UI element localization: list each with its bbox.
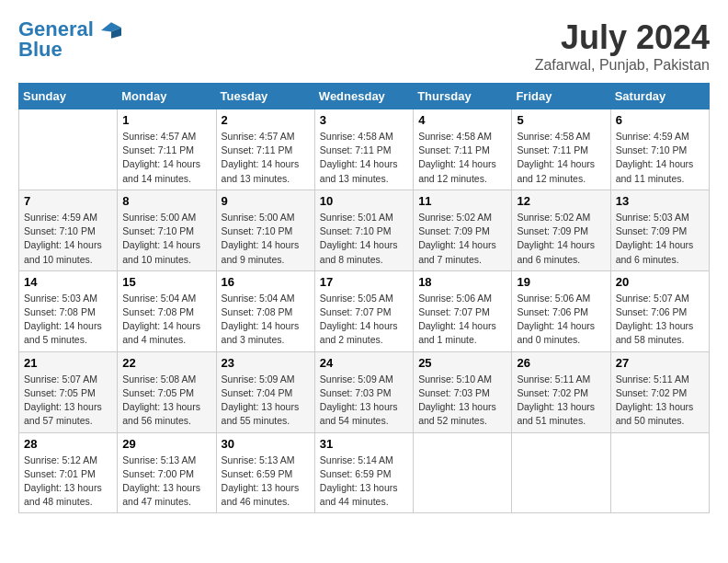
cell-w4-d5: 26Sunrise: 5:11 AMSunset: 7:02 PMDayligh… [512,351,610,432]
day-info: Sunrise: 5:05 AMSunset: 7:07 PMDaylight:… [320,292,408,348]
day-info: Sunrise: 5:11 AMSunset: 7:02 PMDaylight:… [616,373,704,429]
day-number: 18 [418,275,506,289]
day-number: 27 [616,356,704,370]
day-number: 14 [24,275,112,289]
weekday-header-row: Sunday Monday Tuesday Wednesday Thursday… [19,84,710,109]
day-info: Sunrise: 5:00 AMSunset: 7:10 PMDaylight:… [122,211,210,267]
day-number: 8 [122,194,210,208]
cell-w4-d4: 25Sunrise: 5:10 AMSunset: 7:03 PMDayligh… [414,351,512,432]
day-info: Sunrise: 5:09 AMSunset: 7:03 PMDaylight:… [320,373,408,429]
header-thursday: Thursday [414,84,512,109]
cell-w2-d1: 8Sunrise: 5:00 AMSunset: 7:10 PMDaylight… [118,190,216,270]
header: General Blue July 2024 Zafarwal, Punjab,… [18,18,710,74]
day-info: Sunrise: 5:06 AMSunset: 7:07 PMDaylight:… [418,292,506,348]
cell-w5-d0: 28Sunrise: 5:12 AMSunset: 7:01 PMDayligh… [19,432,118,513]
cell-w3-d1: 15Sunrise: 5:04 AMSunset: 7:08 PMDayligh… [118,270,216,351]
day-info: Sunrise: 5:07 AMSunset: 7:06 PMDaylight:… [616,292,704,348]
cell-w1-d4: 4Sunrise: 4:58 AMSunset: 7:11 PMDaylight… [414,109,512,190]
logo-blue: Blue [18,39,121,61]
day-info: Sunrise: 5:04 AMSunset: 7:08 PMDaylight:… [122,292,210,348]
day-info: Sunrise: 4:58 AMSunset: 7:11 PMDaylight:… [418,130,506,186]
day-number: 23 [222,356,310,370]
page-container: General Blue July 2024 Zafarwal, Punjab,… [18,18,710,513]
header-friday: Friday [512,84,610,109]
day-info: Sunrise: 5:07 AMSunset: 7:05 PMDaylight:… [24,373,112,429]
day-info: Sunrise: 4:58 AMSunset: 7:11 PMDaylight:… [517,130,605,186]
day-number: 20 [616,275,704,289]
day-info: Sunrise: 5:13 AMSunset: 6:59 PMDaylight:… [222,454,310,510]
calendar-table: Sunday Monday Tuesday Wednesday Thursday… [18,83,710,513]
header-saturday: Saturday [610,84,709,109]
day-number: 26 [517,356,605,370]
cell-w2-d2: 9Sunrise: 5:00 AMSunset: 7:10 PMDaylight… [216,190,314,270]
day-number: 19 [517,275,605,289]
day-number: 16 [222,275,310,289]
month-title: July 2024 [535,18,710,57]
day-number: 10 [320,194,408,208]
day-number: 13 [616,194,704,208]
week-row-1: 1Sunrise: 4:57 AMSunset: 7:11 PMDaylight… [19,109,710,190]
cell-w5-d3: 31Sunrise: 5:14 AMSunset: 6:59 PMDayligh… [314,432,413,513]
day-number: 12 [517,194,605,208]
day-info: Sunrise: 4:59 AMSunset: 7:10 PMDaylight:… [24,211,112,267]
cell-w3-d5: 19Sunrise: 5:06 AMSunset: 7:06 PMDayligh… [512,270,610,351]
day-number: 15 [122,275,210,289]
day-info: Sunrise: 5:12 AMSunset: 7:01 PMDaylight:… [24,454,112,510]
cell-w1-d3: 3Sunrise: 4:58 AMSunset: 7:11 PMDaylight… [314,109,413,190]
cell-w1-d5: 5Sunrise: 4:58 AMSunset: 7:11 PMDaylight… [512,109,610,190]
header-sunday: Sunday [19,84,118,109]
cell-w3-d6: 20Sunrise: 5:07 AMSunset: 7:06 PMDayligh… [610,270,709,351]
day-number: 4 [418,113,506,127]
cell-w5-d6 [610,432,709,513]
header-monday: Monday [118,84,216,109]
day-info: Sunrise: 5:10 AMSunset: 7:03 PMDaylight:… [418,373,506,429]
cell-w2-d4: 11Sunrise: 5:02 AMSunset: 7:09 PMDayligh… [414,190,512,270]
day-info: Sunrise: 5:06 AMSunset: 7:06 PMDaylight:… [517,292,605,348]
day-info: Sunrise: 4:58 AMSunset: 7:11 PMDaylight:… [320,130,408,186]
day-info: Sunrise: 5:03 AMSunset: 7:08 PMDaylight:… [24,292,112,348]
header-tuesday: Tuesday [216,84,314,109]
cell-w4-d1: 22Sunrise: 5:08 AMSunset: 7:05 PMDayligh… [118,351,216,432]
day-number: 31 [320,437,408,451]
day-number: 17 [320,275,408,289]
cell-w3-d2: 16Sunrise: 5:04 AMSunset: 7:08 PMDayligh… [216,270,314,351]
day-number: 2 [222,113,310,127]
day-info: Sunrise: 4:59 AMSunset: 7:10 PMDaylight:… [616,130,704,186]
cell-w3-d4: 18Sunrise: 5:06 AMSunset: 7:07 PMDayligh… [414,270,512,351]
day-info: Sunrise: 5:04 AMSunset: 7:08 PMDaylight:… [222,292,310,348]
day-info: Sunrise: 5:00 AMSunset: 7:10 PMDaylight:… [222,211,310,267]
day-info: Sunrise: 5:11 AMSunset: 7:02 PMDaylight:… [517,373,605,429]
cell-w1-d2: 2Sunrise: 4:57 AMSunset: 7:11 PMDaylight… [216,109,314,190]
day-number: 21 [24,356,112,370]
day-number: 25 [418,356,506,370]
day-number: 5 [517,113,605,127]
cell-w4-d2: 23Sunrise: 5:09 AMSunset: 7:04 PMDayligh… [216,351,314,432]
cell-w3-d3: 17Sunrise: 5:05 AMSunset: 7:07 PMDayligh… [314,270,413,351]
cell-w5-d5 [512,432,610,513]
day-info: Sunrise: 5:14 AMSunset: 6:59 PMDaylight:… [320,454,408,510]
day-number: 29 [122,437,210,451]
location: Zafarwal, Punjab, Pakistan [535,57,710,74]
title-area: July 2024 Zafarwal, Punjab, Pakistan [535,18,710,74]
header-wednesday: Wednesday [314,84,413,109]
day-number: 22 [122,356,210,370]
cell-w4-d0: 21Sunrise: 5:07 AMSunset: 7:05 PMDayligh… [19,351,118,432]
day-info: Sunrise: 5:03 AMSunset: 7:09 PMDaylight:… [616,211,704,267]
cell-w5-d4 [414,432,512,513]
week-row-4: 21Sunrise: 5:07 AMSunset: 7:05 PMDayligh… [19,351,710,432]
day-number: 9 [222,194,310,208]
day-info: Sunrise: 5:02 AMSunset: 7:09 PMDaylight:… [418,211,506,267]
cell-w3-d0: 14Sunrise: 5:03 AMSunset: 7:08 PMDayligh… [19,270,118,351]
week-row-5: 28Sunrise: 5:12 AMSunset: 7:01 PMDayligh… [19,432,710,513]
day-number: 24 [320,356,408,370]
day-number: 6 [616,113,704,127]
cell-w2-d5: 12Sunrise: 5:02 AMSunset: 7:09 PMDayligh… [512,190,610,270]
cell-w2-d0: 7Sunrise: 4:59 AMSunset: 7:10 PMDaylight… [19,190,118,270]
cell-w1-d1: 1Sunrise: 4:57 AMSunset: 7:11 PMDaylight… [118,109,216,190]
cell-w1-d0 [19,109,118,190]
day-info: Sunrise: 4:57 AMSunset: 7:11 PMDaylight:… [222,130,310,186]
cell-w2-d3: 10Sunrise: 5:01 AMSunset: 7:10 PMDayligh… [314,190,413,270]
week-row-2: 7Sunrise: 4:59 AMSunset: 7:10 PMDaylight… [19,190,710,270]
day-number: 11 [418,194,506,208]
day-info: Sunrise: 5:01 AMSunset: 7:10 PMDaylight:… [320,211,408,267]
